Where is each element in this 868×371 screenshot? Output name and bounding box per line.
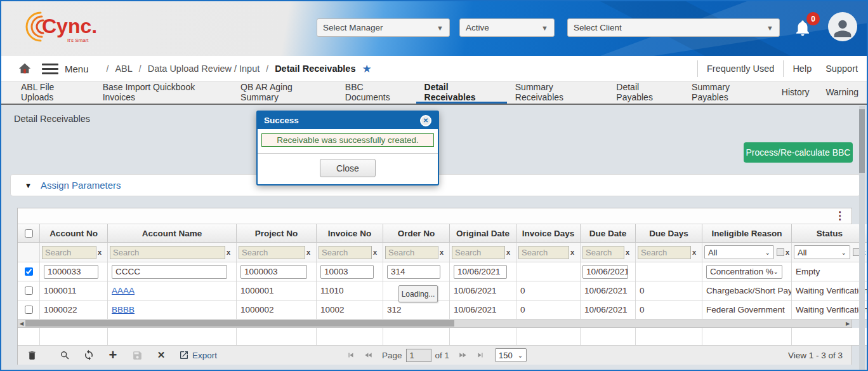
export-button[interactable]: Export — [179, 350, 217, 360]
prev-page-button[interactable] — [362, 351, 375, 360]
menu-label[interactable]: Menu — [65, 64, 89, 74]
delete-row-button[interactable] — [24, 347, 39, 363]
edit-due-date[interactable]: 10/06/2021 — [582, 265, 628, 279]
cync-logo[interactable]: Cync. It's Smart — [18, 5, 100, 51]
notifications-button[interactable]: 0 — [793, 18, 815, 40]
scroll-left-arrow-icon[interactable]: ◀ — [18, 320, 25, 327]
clear-filter-icon[interactable]: x — [626, 248, 629, 256]
tab-warning[interactable]: Warning — [817, 82, 867, 104]
row-checkbox[interactable] — [25, 267, 33, 276]
breadcrumb-item-abl[interactable]: ABL — [115, 64, 132, 74]
column-header-invoice-no[interactable]: Invoice No — [317, 224, 383, 243]
process-recalculate-bbc-button[interactable]: Process/Re-calculate BBC — [744, 142, 853, 163]
tab-bbc-documents[interactable]: BBC Documents — [337, 82, 416, 104]
first-page-button[interactable] — [346, 351, 356, 360]
home-button[interactable] — [18, 62, 32, 76]
chevron-down-icon: ⌄ — [841, 249, 846, 256]
page-number-input[interactable] — [406, 349, 431, 362]
filter-options-button[interactable] — [777, 248, 784, 256]
search-order-no[interactable] — [385, 246, 438, 259]
breadcrumb-item-data-upload[interactable]: Data Upload Review / Input — [148, 64, 260, 74]
search-invoice-days[interactable] — [518, 246, 569, 259]
last-page-button[interactable] — [475, 351, 485, 360]
column-header-project-no[interactable]: Project No — [237, 224, 317, 243]
cancel-button[interactable]: ✕ — [154, 347, 169, 363]
support-link[interactable]: Support — [825, 64, 858, 74]
search-account-name[interactable] — [110, 246, 225, 259]
column-header-due-days[interactable]: Due Days — [636, 224, 702, 243]
scrollbar-thumb[interactable] — [25, 320, 454, 327]
clear-filter-icon[interactable]: x — [506, 248, 510, 256]
save-button-disabled[interactable] — [129, 347, 145, 363]
clear-filter-icon[interactable]: x — [440, 248, 444, 256]
tab-history[interactable]: History — [773, 82, 818, 104]
tab-abl-file-uploads[interactable]: ABL File Uploads — [13, 82, 95, 104]
frequently-used-link[interactable]: Frequently Used — [707, 64, 774, 74]
column-header-ineligible-reason[interactable]: Ineligible Reason — [702, 224, 792, 243]
clear-filter-icon[interactable]: x — [98, 248, 102, 256]
tab-detail-receivables[interactable]: Detail Receivables — [416, 82, 507, 104]
row-checkbox[interactable] — [25, 306, 33, 314]
help-link[interactable]: Help — [792, 64, 812, 74]
row-checkbox[interactable] — [25, 287, 33, 295]
search-account-no[interactable] — [42, 246, 96, 259]
column-header-order-no[interactable]: Order No — [383, 224, 450, 243]
tab-detail-payables[interactable]: Detail Payables — [608, 82, 683, 104]
search-invoice-no[interactable] — [319, 246, 372, 259]
vertical-scrollbar[interactable] — [859, 106, 865, 370]
grid-toolbar-strip: ⋮ — [18, 208, 852, 224]
tab-summary-payables[interactable]: Summary Payables — [683, 82, 773, 104]
tab-qb-ar-aging-summary[interactable]: QB AR Aging Summary — [232, 82, 337, 104]
clear-filter-icon[interactable]: x — [786, 248, 789, 256]
menu-toggle-button[interactable] — [42, 61, 58, 77]
scroll-right-arrow-icon[interactable]: ▶ — [844, 320, 852, 327]
add-row-button[interactable]: + — [105, 347, 121, 363]
account-name-link[interactable]: BBBB — [112, 305, 135, 314]
search-project-no[interactable] — [239, 246, 305, 259]
user-avatar[interactable] — [828, 12, 857, 41]
cell-status: Empty — [792, 262, 868, 281]
select-all-checkbox[interactable] — [25, 229, 33, 238]
modal-close-button[interactable]: Close — [320, 159, 376, 177]
column-header-due-date[interactable]: Due Date — [581, 224, 636, 243]
clear-filter-icon[interactable]: x — [373, 248, 377, 256]
edit-ineligible-reason-select[interactable]: Concentration % ⌄ — [706, 265, 782, 279]
column-header-original-date[interactable]: Original Date — [450, 224, 516, 243]
clear-filter-icon[interactable]: x — [227, 248, 230, 256]
status-filter-dropdown[interactable]: Active ▼ — [459, 18, 555, 37]
clear-filter-icon[interactable]: x — [306, 248, 310, 256]
edit-original-date[interactable]: 10/06/2021 — [454, 265, 507, 279]
search-due-date[interactable] — [582, 246, 624, 259]
column-menu-icon[interactable]: ⋮ — [834, 210, 845, 222]
edit-account-no[interactable]: 1000033 — [44, 265, 98, 279]
modal-close-icon[interactable]: ✕ — [420, 115, 431, 126]
horizontal-scrollbar[interactable]: ◀ ▶ — [18, 320, 852, 328]
select-manager-dropdown[interactable]: Select Manager ▼ — [317, 18, 450, 37]
column-header-invoice-days[interactable]: Invoice Days — [516, 224, 581, 243]
scrollbar-thumb[interactable] — [859, 109, 865, 173]
column-header-status[interactable]: Status — [792, 224, 868, 243]
search-original-date[interactable] — [452, 246, 505, 259]
refresh-button[interactable] — [81, 347, 96, 363]
filter-status-select[interactable]: All ⌄ — [794, 245, 850, 259]
edit-order-no[interactable]: 314 — [387, 265, 440, 279]
tab-base-import-quickbook-invoices[interactable]: Base Import Quickbook Invoices — [95, 82, 232, 104]
filter-ineligible-reason-select[interactable]: All ⌄ — [704, 245, 774, 259]
edit-invoice-no[interactable]: 10003 — [320, 265, 374, 279]
column-header-account-name[interactable]: Account Name — [108, 224, 237, 243]
clear-filter-icon[interactable]: x — [570, 248, 574, 256]
favorite-star-icon[interactable]: ★ — [362, 62, 372, 76]
search-due-days[interactable] — [638, 246, 691, 259]
column-header-account-no[interactable]: Account No — [40, 224, 108, 243]
next-page-button[interactable] — [456, 351, 469, 360]
edit-account-name[interactable]: CCCC — [112, 265, 227, 279]
account-name-link[interactable]: AAAA — [112, 286, 135, 295]
chevron-down-icon: ▼ — [541, 24, 548, 32]
search-button[interactable] — [57, 347, 72, 363]
page-size-select[interactable]: 150 ⌄ — [495, 348, 527, 362]
tab-summary-receivables[interactable]: Summary Receivables — [507, 82, 608, 104]
select-client-dropdown[interactable]: Select Client ▼ — [567, 18, 780, 37]
cell-due-days: 0 — [636, 281, 702, 300]
edit-project-no[interactable]: 1000003 — [240, 265, 307, 279]
clear-filter-icon[interactable]: x — [692, 248, 696, 256]
